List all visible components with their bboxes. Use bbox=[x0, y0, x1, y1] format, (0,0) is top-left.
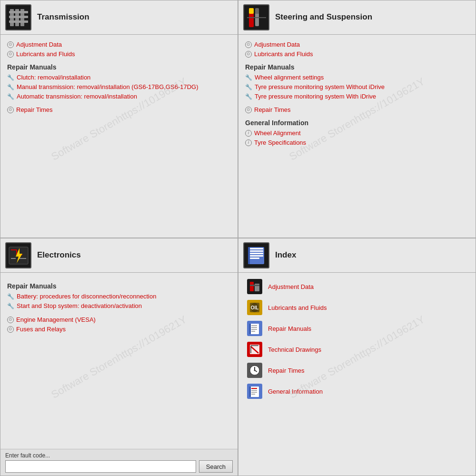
steering-panel: Steering and Suspension ⊙ Adjustment Dat… bbox=[238, 0, 476, 238]
wrench-icon-e1: 🔧 bbox=[7, 303, 14, 310]
svg-rect-32 bbox=[250, 285, 259, 286]
svg-rect-10 bbox=[255, 13, 259, 26]
transmission-repair-link-0[interactable]: 🔧 Clutch: removal/installation bbox=[7, 74, 231, 82]
electronics-header: Electronics bbox=[0, 238, 238, 273]
index-title: Index bbox=[275, 250, 296, 260]
circle-icon-adj: ⊙ bbox=[7, 41, 14, 48]
transmission-lubricants-link[interactable]: ⊙ Lubricants and Fluids bbox=[7, 50, 231, 59]
search-button[interactable]: Search bbox=[199, 460, 233, 473]
steering-header: Steering and Suspension bbox=[238, 0, 476, 35]
svg-rect-4 bbox=[9, 11, 28, 13]
electronics-title: Electronics bbox=[37, 250, 81, 260]
transmission-repair-link-2[interactable]: 🔧 Automatic transmission: removal/instal… bbox=[7, 93, 231, 101]
steering-general-link-1[interactable]: i Tyre Specifications bbox=[245, 139, 469, 147]
index-repair-manuals-item[interactable]: Repair Manuals bbox=[243, 318, 471, 338]
electronics-repair-manuals-title: Repair Manuals bbox=[7, 282, 231, 290]
electronics-repair-link-1[interactable]: 🔧 Start and Stop system: deactivation/ac… bbox=[7, 302, 231, 310]
electronics-body: Repair Manuals 🔧 Battery: procedures for… bbox=[0, 273, 238, 340]
index-lubricants-item[interactable]: OIL Lubricants and Fluids bbox=[243, 298, 471, 317]
index-rt-label: Repair Times bbox=[268, 367, 305, 374]
steering-general-info-title: General Information bbox=[245, 119, 469, 127]
svg-rect-58 bbox=[251, 390, 257, 391]
steering-title: Steering and Suspension bbox=[275, 12, 372, 22]
wrench-icon-0: 🔧 bbox=[7, 74, 14, 82]
index-general-item[interactable]: General Information bbox=[243, 381, 471, 401]
circle-icon-s-adj: ⊙ bbox=[245, 41, 252, 48]
circle-icon-e0: ⊙ bbox=[7, 317, 14, 323]
wrench-icon-s1: 🔧 bbox=[245, 84, 252, 91]
index-lub-label: Lubricants and Fluids bbox=[268, 304, 327, 311]
index-rt-icon bbox=[247, 363, 262, 378]
steering-repair-manuals-title: Repair Manuals bbox=[245, 63, 469, 71]
transmission-icon bbox=[5, 4, 31, 30]
steering-lubricants-link[interactable]: ⊙ Lubricants and Fluids bbox=[245, 50, 469, 59]
electronics-repair-link-0[interactable]: 🔧 Battery: procedures for disconnection/… bbox=[7, 293, 231, 301]
steering-general-link-0[interactable]: i Wheel Alignment bbox=[245, 129, 469, 138]
wrench-icon-s2: 🔧 bbox=[245, 93, 252, 101]
transmission-repair-manuals-title: Repair Manuals bbox=[7, 63, 231, 71]
transmission-body: ⊙ Adjustment Data ⊙ Lubricants and Fluid… bbox=[0, 35, 238, 120]
svg-rect-59 bbox=[251, 392, 257, 393]
wrench-icon-s0: 🔧 bbox=[245, 74, 252, 82]
circle-icon-s-rt: ⊙ bbox=[245, 107, 252, 113]
wrench-icon-e0: 🔧 bbox=[7, 293, 14, 301]
svg-rect-40 bbox=[251, 325, 257, 326]
fault-code-label: Enter fault code... bbox=[5, 452, 233, 459]
circle-icon-s-lub: ⊙ bbox=[245, 51, 252, 58]
svg-rect-11 bbox=[255, 8, 259, 14]
index-adj-label: Adjustment Data bbox=[268, 283, 314, 290]
index-body: Adjustment Data OIL Lubricants and Fluid… bbox=[238, 273, 476, 405]
electronics-panel: Electronics Repair Manuals 🔧 Battery: pr… bbox=[0, 238, 238, 476]
transmission-repair-times-link[interactable]: ⊙ Repair Times bbox=[7, 106, 231, 114]
svg-rect-9 bbox=[249, 8, 254, 14]
info-icon-0: i bbox=[245, 130, 252, 137]
steering-repair-link-1[interactable]: 🔧 Tyre pressure monitoring system Withou… bbox=[245, 83, 469, 91]
steering-icon bbox=[243, 4, 269, 30]
svg-rect-5 bbox=[9, 16, 28, 18]
electronics-fuses-link[interactable]: ⊙ Fuses and Relays bbox=[7, 326, 231, 334]
index-gen-icon bbox=[247, 384, 262, 399]
transmission-repair-link-1[interactable]: 🔧 Manual transmission: removal/installat… bbox=[7, 83, 231, 91]
steering-repair-link-2[interactable]: 🔧 Tyre pressure monitoring system With i… bbox=[245, 93, 469, 101]
steering-body: ⊙ Adjustment Data ⊙ Lubricants and Fluid… bbox=[238, 35, 476, 153]
index-icon bbox=[243, 242, 269, 268]
transmission-adjustment-link[interactable]: ⊙ Adjustment Data bbox=[7, 41, 231, 49]
index-adj-icon bbox=[247, 279, 262, 294]
index-technical-item[interactable]: Technical Drawings bbox=[243, 339, 471, 359]
steering-repair-link-0[interactable]: 🔧 Wheel alignment settings bbox=[245, 74, 469, 82]
steering-adjustment-link[interactable]: ⊙ Adjustment Data bbox=[245, 41, 469, 49]
svg-rect-42 bbox=[251, 329, 257, 330]
svg-rect-57 bbox=[251, 388, 257, 389]
wrench-icon-1: 🔧 bbox=[7, 84, 14, 91]
svg-rect-41 bbox=[251, 327, 257, 328]
info-icon-1: i bbox=[245, 139, 252, 146]
svg-rect-28 bbox=[248, 247, 250, 264]
svg-rect-39 bbox=[249, 324, 251, 334]
transmission-panel: Transmission ⊙ Adjustment Data ⊙ Lubrica… bbox=[0, 0, 238, 238]
svg-rect-56 bbox=[249, 387, 251, 397]
svg-rect-30 bbox=[250, 282, 254, 291]
index-rm-label: Repair Manuals bbox=[268, 325, 311, 332]
steering-repair-times-link[interactable]: ⊙ Repair Times bbox=[245, 106, 469, 114]
index-repair-times-item[interactable]: Repair Times bbox=[243, 360, 471, 380]
index-header: Index bbox=[238, 238, 476, 273]
svg-rect-27 bbox=[250, 258, 259, 259]
index-rm-icon bbox=[247, 321, 262, 336]
svg-rect-23 bbox=[250, 248, 263, 249]
index-adjustment-item[interactable]: Adjustment Data bbox=[243, 277, 471, 297]
svg-rect-26 bbox=[250, 255, 263, 257]
wrench-icon-2: 🔧 bbox=[7, 93, 14, 101]
fault-code-bar: Enter fault code... Search bbox=[0, 449, 238, 476]
fault-code-input[interactable] bbox=[5, 460, 196, 473]
circle-icon-lub: ⊙ bbox=[7, 51, 14, 58]
svg-point-53 bbox=[254, 370, 256, 371]
svg-rect-43 bbox=[251, 331, 255, 332]
svg-rect-24 bbox=[250, 250, 263, 252]
svg-text:OIL: OIL bbox=[251, 305, 259, 310]
transmission-header: Transmission bbox=[0, 0, 238, 35]
index-tech-icon bbox=[247, 342, 262, 357]
electronics-engine-link[interactable]: ⊙ Engine Management (VESA) bbox=[7, 316, 231, 324]
svg-rect-6 bbox=[9, 20, 28, 23]
index-gen-label: General Information bbox=[268, 388, 323, 395]
fault-code-row: Search bbox=[5, 460, 233, 473]
